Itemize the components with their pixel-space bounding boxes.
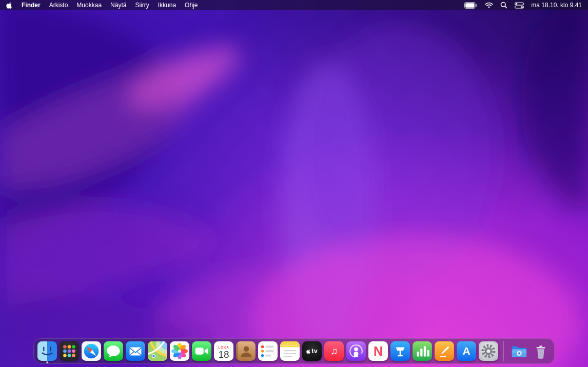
notes-icon	[280, 341, 300, 361]
podcasts-icon	[346, 341, 366, 361]
menu-ohje[interactable]: Ohje	[185, 2, 198, 9]
dock-item-launchpad[interactable]	[60, 341, 79, 361]
dock-item-reminders[interactable]	[258, 341, 278, 361]
reminders-icon	[258, 341, 278, 361]
dock-item-system-settings[interactable]	[479, 341, 498, 361]
app-menu-finder[interactable]: Finder	[22, 2, 41, 9]
dock-separator	[503, 341, 504, 361]
dock-area: LOKA 18	[0, 338, 588, 364]
dock-item-trash[interactable]	[531, 341, 551, 361]
spotlight-search-icon[interactable]	[500, 2, 507, 9]
facetime-icon	[192, 341, 211, 361]
news-letter: N	[374, 344, 383, 359]
dock-item-podcasts[interactable]	[346, 341, 366, 361]
menu-ikkuna[interactable]: Ikkuna	[158, 2, 176, 9]
menu-muokkaa[interactable]: Muokkaa	[76, 2, 102, 9]
dock-item-keynote[interactable]	[390, 341, 410, 361]
dock-item-safari[interactable]	[82, 341, 101, 361]
app-store-icon: A	[457, 341, 476, 361]
dock-item-downloads[interactable]	[509, 341, 528, 361]
dock-item-maps[interactable]	[148, 341, 167, 361]
launchpad-icon	[60, 341, 79, 361]
pages-icon	[435, 341, 454, 361]
menu-siirry[interactable]: Siirry	[135, 2, 149, 9]
dock-item-music[interactable]: ♫	[324, 341, 344, 361]
control-center-icon[interactable]	[515, 2, 524, 9]
wallpaper-image	[0, 0, 588, 367]
screen: Finder Arkisto Muokkaa Näytä Siirry Ikku…	[0, 0, 588, 367]
dock-item-calendar[interactable]: LOKA 18	[214, 341, 233, 361]
dock: LOKA 18	[33, 338, 555, 364]
messages-icon	[104, 341, 123, 361]
music-icon: ♫	[324, 341, 344, 361]
contacts-icon	[236, 341, 256, 361]
menu-nayta[interactable]: Näytä	[110, 2, 126, 9]
music-note-glyph: ♫	[330, 345, 338, 357]
tv-label: tv	[311, 348, 318, 355]
running-indicator	[46, 361, 48, 363]
maps-icon	[148, 341, 167, 361]
photos-icon	[170, 341, 189, 361]
dock-item-news[interactable]: N	[368, 341, 388, 361]
dock-item-mail[interactable]	[126, 341, 145, 361]
safari-icon	[82, 341, 101, 361]
dock-item-app-store[interactable]: A	[457, 341, 476, 361]
desktop[interactable]	[0, 0, 588, 367]
calendar-icon: LOKA 18	[214, 341, 233, 361]
numbers-icon	[413, 341, 432, 361]
dock-item-finder[interactable]	[37, 341, 57, 361]
menu-arkisto[interactable]: Arkisto	[49, 2, 68, 9]
dock-item-messages[interactable]	[104, 341, 123, 361]
downloads-folder-icon	[509, 341, 528, 361]
battery-icon[interactable]	[464, 2, 478, 9]
dock-item-pages[interactable]	[435, 341, 454, 361]
menu-bar: Finder Arkisto Muokkaa Näytä Siirry Ikku…	[0, 0, 588, 10]
dock-item-tv[interactable]: tv	[302, 341, 322, 361]
app-store-letter: A	[462, 345, 470, 357]
finder-icon	[37, 341, 57, 361]
dock-item-facetime[interactable]	[192, 341, 211, 361]
mail-icon	[126, 341, 145, 361]
menu-bar-clock[interactable]: ma 18.10. klo 9.41	[531, 2, 582, 9]
dock-item-numbers[interactable]	[413, 341, 432, 361]
keynote-icon	[390, 341, 410, 361]
apple-menu-icon[interactable]	[6, 2, 13, 9]
dock-item-notes[interactable]	[280, 341, 300, 361]
apple-tv-icon: tv	[302, 341, 322, 361]
dock-item-photos[interactable]	[170, 341, 189, 361]
wifi-icon[interactable]	[485, 2, 493, 8]
system-settings-gear-icon	[479, 341, 498, 361]
calendar-month-label: LOKA	[218, 345, 229, 349]
calendar-day-label: 18	[218, 350, 229, 359]
dock-item-contacts[interactable]	[236, 341, 256, 361]
trash-icon	[531, 341, 551, 361]
news-icon: N	[368, 341, 388, 361]
